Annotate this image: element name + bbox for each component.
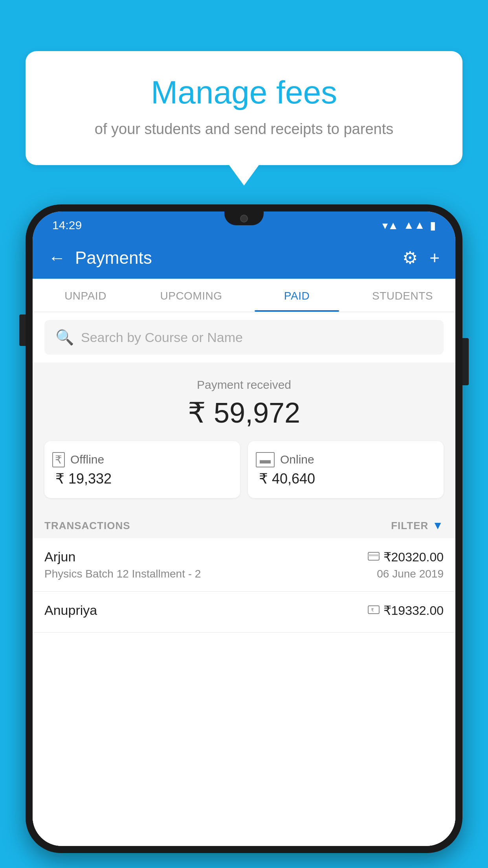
payment-total-amount: ₹ 59,972 [44, 396, 444, 429]
transaction-row-bottom: Physics Batch 12 Installment - 2 06 June… [44, 568, 444, 580]
offline-card-header: ₹ Offline [52, 452, 232, 467]
offline-payment-card: ₹ Offline ₹ 19,332 [44, 441, 240, 498]
search-bar[interactable]: 🔍 Search by Course or Name [44, 320, 444, 355]
tab-students[interactable]: STUDENTS [350, 279, 455, 312]
cash-payment-icon: ₹ [368, 604, 380, 617]
online-label: Online [280, 453, 314, 466]
app-bar: ← Payments ⚙ + [33, 237, 455, 279]
back-button[interactable]: ← [48, 249, 66, 267]
filter-button[interactable]: FILTER ▼ [391, 519, 444, 532]
app-bar-left: ← Payments [48, 248, 152, 268]
svg-rect-1 [368, 554, 379, 556]
online-amount: ₹ 40,640 [256, 471, 436, 487]
tab-upcoming[interactable]: UPCOMING [138, 279, 244, 312]
search-bar-container: 🔍 Search by Course or Name [33, 312, 455, 362]
settings-icon[interactable]: ⚙ [402, 248, 418, 268]
filter-icon: ▼ [432, 519, 444, 532]
online-card-header: ▬ Online [256, 452, 436, 467]
transaction-item[interactable]: Arjun ₹20320.00 [33, 538, 455, 592]
search-input[interactable]: Search by Course or Name [81, 330, 243, 345]
app-bar-right: ⚙ + [402, 248, 440, 268]
svg-text:₹: ₹ [371, 607, 374, 613]
transaction-amount-wrap: ₹20320.00 [368, 550, 444, 565]
transactions-list: Arjun ₹20320.00 [33, 538, 455, 846]
add-button[interactable]: + [429, 248, 440, 268]
transaction-name: Arjun [44, 549, 75, 565]
payment-cards: ₹ Offline ₹ 19,332 ▬ Online [44, 441, 444, 498]
transactions-header: TRANSACTIONS FILTER ▼ [33, 510, 455, 538]
bubble-subtitle: of your students and send receipts to pa… [45, 119, 443, 140]
transaction-row-top: Anupriya ₹ ₹19332.00 [44, 603, 444, 618]
search-icon: 🔍 [55, 329, 74, 346]
content-area: 🔍 Search by Course or Name Payment recei… [33, 312, 455, 846]
filter-label: FILTER [391, 520, 428, 532]
transaction-name: Anupriya [44, 603, 97, 618]
front-camera [240, 215, 248, 223]
payment-received-label: Payment received [44, 378, 444, 392]
wifi-icon: ▾▲ [382, 219, 399, 232]
transaction-date: 06 June 2019 [377, 568, 444, 580]
signal-icon: ▲▲ [404, 219, 425, 232]
phone-mockup: 14:29 ▾▲ ▲▲ ▮ ← Payments ⚙ + [26, 204, 462, 853]
app-bar-title: Payments [75, 248, 152, 268]
tab-unpaid[interactable]: UNPAID [33, 279, 138, 312]
speech-bubble-container: Manage fees of your students and send re… [26, 51, 462, 165]
offline-icon: ₹ [52, 452, 65, 467]
transaction-amount: ₹19332.00 [383, 603, 444, 618]
battery-icon: ▮ [430, 219, 436, 232]
card-payment-icon [368, 551, 380, 563]
offline-label: Offline [70, 453, 104, 466]
payment-received-section: Payment received ₹ 59,972 ₹ Offline ₹ 19… [33, 362, 455, 510]
tabs-bar: UNPAID UPCOMING PAID STUDENTS [33, 279, 455, 312]
online-payment-card: ▬ Online ₹ 40,640 [248, 441, 444, 498]
offline-amount: ₹ 19,332 [52, 471, 232, 487]
phone-notch [224, 211, 264, 225]
transaction-amount-wrap: ₹ ₹19332.00 [368, 603, 444, 618]
phone-screen: 14:29 ▾▲ ▲▲ ▮ ← Payments ⚙ + [33, 211, 455, 846]
transaction-row-top: Arjun ₹20320.00 [44, 549, 444, 565]
status-icons: ▾▲ ▲▲ ▮ [382, 219, 436, 232]
transaction-item[interactable]: Anupriya ₹ ₹19332.00 [33, 592, 455, 633]
status-time: 14:29 [52, 219, 82, 232]
tab-paid[interactable]: PAID [244, 279, 350, 312]
transaction-course: Physics Batch 12 Installment - 2 [44, 568, 201, 580]
online-icon: ▬ [256, 452, 275, 467]
transaction-amount: ₹20320.00 [383, 550, 444, 565]
phone-outer: 14:29 ▾▲ ▲▲ ▮ ← Payments ⚙ + [26, 204, 462, 853]
bubble-title: Manage fees [45, 75, 443, 110]
speech-bubble: Manage fees of your students and send re… [26, 51, 462, 165]
transactions-label: TRANSACTIONS [44, 520, 130, 532]
